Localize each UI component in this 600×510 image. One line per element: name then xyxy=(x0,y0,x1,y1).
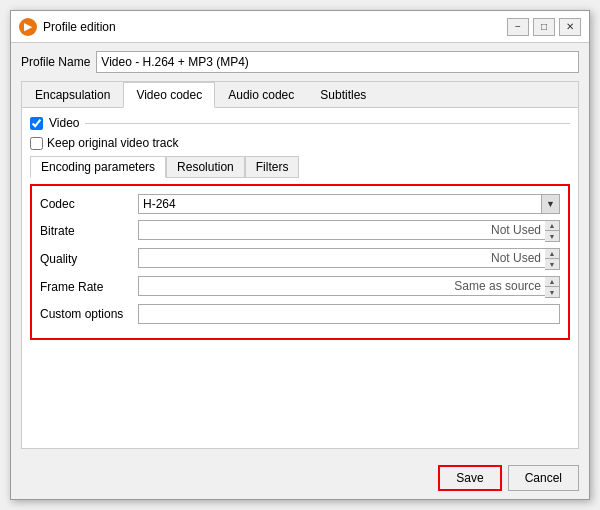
quality-down[interactable]: ▼ xyxy=(545,259,559,269)
tab-audio-codec[interactable]: Audio codec xyxy=(215,82,307,108)
custom-label: Custom options xyxy=(40,307,130,321)
framerate-down[interactable]: ▼ xyxy=(545,287,559,297)
codec-dropdown-arrow[interactable]: ▼ xyxy=(542,194,560,214)
tabs-container: Encapsulation Video codec Audio codec Su… xyxy=(21,81,579,449)
custom-input[interactable] xyxy=(138,304,560,324)
sub-tabs: Encoding parameters Resolution Filters xyxy=(30,156,570,178)
codec-label: Codec xyxy=(40,197,130,211)
video-label: Video xyxy=(49,116,79,130)
sub-tab-resolution[interactable]: Resolution xyxy=(166,156,245,178)
window-title: Profile edition xyxy=(43,20,507,34)
quality-row: Quality ▲ ▼ xyxy=(40,248,560,270)
minimize-button[interactable]: − xyxy=(507,18,529,36)
profile-name-input[interactable] xyxy=(96,51,579,73)
profile-name-label: Profile Name xyxy=(21,55,90,69)
quality-spinner: ▲ ▼ xyxy=(545,248,560,270)
content-area: Profile Name Encapsulation Video codec A… xyxy=(11,43,589,457)
quality-up[interactable]: ▲ xyxy=(545,249,559,259)
codec-input[interactable] xyxy=(138,194,542,214)
bitrate-input-wrap: ▲ ▼ xyxy=(138,220,560,242)
custom-row: Custom options xyxy=(40,304,560,324)
framerate-row: Frame Rate ▲ ▼ xyxy=(40,276,560,298)
keep-original-label: Keep original video track xyxy=(47,136,178,150)
codec-select-wrap: ▼ xyxy=(138,194,560,214)
close-button[interactable]: ✕ xyxy=(559,18,581,36)
keep-original-row: Keep original video track xyxy=(30,136,570,150)
app-icon: ▶ xyxy=(19,18,37,36)
tab-subtitles[interactable]: Subtitles xyxy=(307,82,379,108)
save-button[interactable]: Save xyxy=(438,465,501,491)
video-checkbox[interactable] xyxy=(30,117,43,130)
maximize-button[interactable]: □ xyxy=(533,18,555,36)
bitrate-down[interactable]: ▼ xyxy=(545,231,559,241)
custom-input-wrap xyxy=(138,304,560,324)
bitrate-row: Bitrate ▲ ▼ xyxy=(40,220,560,242)
codec-row: Codec ▼ xyxy=(40,194,560,214)
main-window: ▶ Profile edition − □ ✕ Profile Name Enc… xyxy=(10,10,590,500)
framerate-label: Frame Rate xyxy=(40,280,130,294)
title-bar: ▶ Profile edition − □ ✕ xyxy=(11,11,589,43)
encoding-parameters-box: Codec ▼ Bitrate ▲ ▼ xyxy=(30,184,570,340)
section-divider xyxy=(85,123,570,124)
bitrate-spinner: ▲ ▼ xyxy=(545,220,560,242)
empty-area xyxy=(30,340,570,420)
framerate-up[interactable]: ▲ xyxy=(545,277,559,287)
quality-input[interactable] xyxy=(138,248,545,268)
sub-tab-filters[interactable]: Filters xyxy=(245,156,300,178)
keep-original-checkbox[interactable] xyxy=(30,137,43,150)
framerate-input[interactable] xyxy=(138,276,545,296)
cancel-button[interactable]: Cancel xyxy=(508,465,579,491)
tab-encapsulation[interactable]: Encapsulation xyxy=(22,82,123,108)
tab-video-codec[interactable]: Video codec xyxy=(123,82,215,108)
bitrate-label: Bitrate xyxy=(40,224,130,238)
video-section-header: Video xyxy=(30,116,570,130)
profile-name-row: Profile Name xyxy=(21,51,579,73)
bitrate-input[interactable] xyxy=(138,220,545,240)
quality-input-wrap: ▲ ▼ xyxy=(138,248,560,270)
bitrate-up[interactable]: ▲ xyxy=(545,221,559,231)
quality-label: Quality xyxy=(40,252,130,266)
sub-tab-encoding[interactable]: Encoding parameters xyxy=(30,156,166,178)
tab-bar: Encapsulation Video codec Audio codec Su… xyxy=(22,82,578,108)
framerate-input-wrap: ▲ ▼ xyxy=(138,276,560,298)
tab-content: Video Keep original video track Encoding… xyxy=(22,108,578,448)
framerate-spinner: ▲ ▼ xyxy=(545,276,560,298)
window-controls: − □ ✕ xyxy=(507,18,581,36)
footer: Save Cancel xyxy=(11,457,589,499)
